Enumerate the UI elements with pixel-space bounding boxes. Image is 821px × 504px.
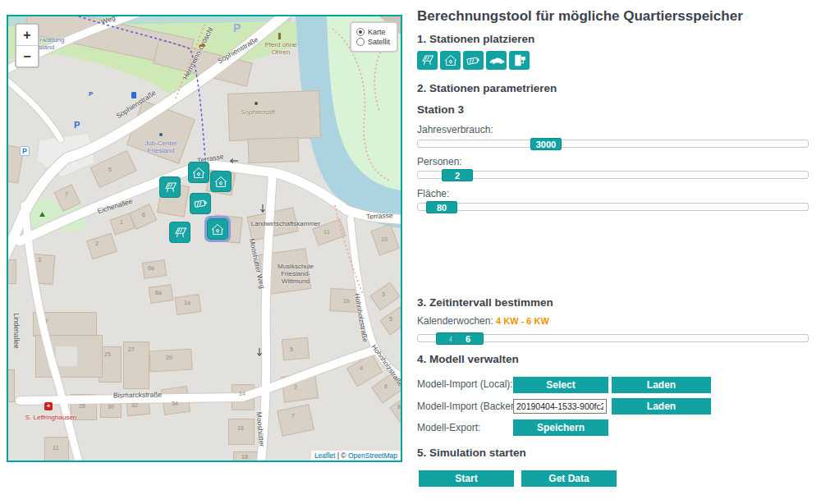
layer-karte-label: Karte [368,28,386,36]
layer-option-karte[interactable]: Karte [356,28,390,36]
map-attribution: Leaflet | © OpenStreetMap [311,451,401,460]
kw-range-value: 4 KW - 6 KW [496,316,549,326]
modell-export-label: Modell-Export: [417,422,480,433]
map-layer-control: Karte Satellit [350,21,398,53]
place-charging-station-button[interactable] [509,51,530,70]
place-house-station-button[interactable] [440,51,461,70]
car-icon [488,54,505,66]
kalenderwochen-label: Kalenderwochen: 4 KW - 6 KW [417,315,549,327]
flaeche-slider-handle[interactable]: 80 [426,201,457,213]
solar-panel-icon [420,53,435,67]
section-2-heading: 2. Stationen parametrieren [417,82,557,94]
section-3-heading: 3. Zeitintervall bestimmen [417,296,553,309]
laden-backend-button[interactable]: Laden [612,398,711,415]
kalenderwochen-label-text: Kalenderwochen: [417,315,493,327]
personen-label: Personen: [417,156,462,167]
place-battery-station-button[interactable] [463,51,484,70]
laden-local-button[interactable]: Laden [612,377,711,393]
radio-satellit-icon[interactable] [356,38,365,46]
place-solar-station-button[interactable] [417,51,438,70]
jahresverbrauch-label: Jahresverbrauch: [417,124,493,135]
station-heading: Station 3 [417,103,464,116]
layer-option-satellit[interactable]: Satellit [356,38,390,46]
openstreetmap-link[interactable]: OpenStreetMap [348,451,397,460]
map-container[interactable]: 5768101236a8a1a11101b3546872527292830323… [7,15,402,462]
backend-model-input[interactable] [513,399,607,414]
speichern-button[interactable]: Speichern [513,419,608,436]
personen-slider-handle[interactable]: 2 [442,169,473,181]
place-car-station-button[interactable] [486,51,507,70]
zoom-in-button[interactable]: + [16,25,38,46]
get-data-button[interactable]: Get Data [521,470,617,487]
leaflet-link[interactable]: Leaflet [314,451,336,460]
page-title: Berechnungstool für mögliche Quartierssp… [417,8,743,25]
modell-import-backend-label: Modell-Import (Backend): [417,401,528,412]
battery-icon [466,54,481,67]
flaeche-slider[interactable]: 80 [417,203,809,211]
radio-karte-icon[interactable] [356,28,365,36]
personen-slider[interactable]: 2 [417,171,809,179]
house-icon [443,53,458,67]
flaeche-label: Fläche: [417,188,449,199]
station-toolbar [417,51,530,70]
layer-satellit-label: Satellit [368,38,390,46]
kalenderwochen-range-slider[interactable]: 4 6 [417,334,809,342]
start-button[interactable]: Start [419,470,514,487]
kw-range-high-handle[interactable]: 6 [452,332,484,345]
control-panel: Berechnungstool für mögliche Quartierssp… [417,0,813,504]
zoom-out-button[interactable]: − [16,46,38,66]
jahresverbrauch-slider-handle[interactable]: 3000 [530,138,562,150]
map-zoom-control: + − [15,23,39,68]
attribution-separator: | © [335,451,348,460]
select-button[interactable]: Select [513,377,608,393]
section-1-heading: 1. Stationen platzieren [417,33,534,45]
charging-station-icon [512,53,526,67]
modell-import-local-label: Modell-Import (Local): [417,378,513,390]
app-window: 5768101236a8a1a11101b3546872527292830323… [0,0,821,504]
section-4-heading: 4. Modell verwalten [417,353,519,365]
section-5-heading: 5. Simulation starten [417,447,526,459]
jahresverbrauch-slider[interactable]: 3000 [417,140,809,148]
